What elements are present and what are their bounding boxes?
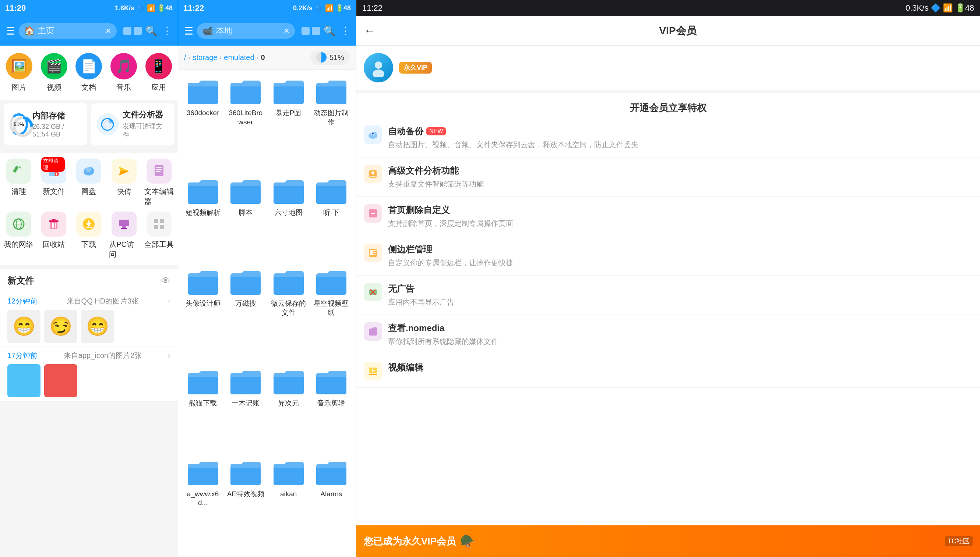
folder-panda-icon <box>186 369 219 396</box>
tool-pcaccess[interactable]: 从PC访问 <box>109 212 139 259</box>
home-content: 🖼️ 图片 🎬 视频 📄 文档 🎵 音乐 📱 应用 <box>0 46 178 557</box>
vip-privilege-header: 开通会员立享特权 <box>356 93 980 118</box>
vip-cta-button[interactable]: 您已成为永久VIP会员 🪖 TC社区 <box>356 525 980 557</box>
folder-avatar[interactable]: 头像设计师 <box>182 264 224 363</box>
folder-ae-icon <box>229 459 262 487</box>
clean-icon <box>6 158 31 184</box>
home-search-icon[interactable]: 🔍 <box>145 25 157 37</box>
tool-download[interactable]: 下载 <box>74 212 104 259</box>
clean-label: 清理 <box>11 187 26 197</box>
tool-send[interactable]: 快传 <box>109 158 139 207</box>
folder-alarms[interactable]: Alarms <box>310 454 352 553</box>
home-tab-pill[interactable]: 🏠 主页 ✕ <box>19 23 117 39</box>
noad-title-row: 无广告 <box>388 283 454 295</box>
folder-weiyun[interactable]: 微云保存的文件 <box>268 264 310 363</box>
quick-icon-photo[interactable]: 🖼️ 图片 <box>4 53 35 92</box>
folder-baozoup[interactable]: 暴走P图 <box>268 73 310 172</box>
tool-editor[interactable]: 文本编辑器 <box>144 158 174 207</box>
tool-newfile[interactable]: 立即清理 新文件 <box>39 158 69 207</box>
breadcrumb-root[interactable]: / <box>184 53 186 62</box>
folder-aikan[interactable]: aikan <box>268 454 310 553</box>
folder-script[interactable]: 脚本 <box>225 173 266 263</box>
folder-wanmagnetic-icon <box>229 269 262 296</box>
vip-badge: 永久VIP <box>399 62 432 73</box>
folder-avatar-icon <box>186 269 219 296</box>
folder-awww[interactable]: a_www.x6d... <box>182 454 224 553</box>
tool-alltools[interactable]: 全部工具 <box>144 212 174 259</box>
vip-feature-noad: 无广告 应用内不再显示广告 <box>356 275 980 315</box>
home-tab-close[interactable]: ✕ <box>105 26 111 35</box>
folder-360litebrowser[interactable]: 360LiteBrowser <box>225 73 266 172</box>
noad-desc: 应用内不再显示广告 <box>388 297 454 307</box>
quick-icon-app[interactable]: 📱 应用 <box>143 53 174 92</box>
storage-row: 51% 内部存储 26.32 GB / 51.54 GB <box>0 100 178 149</box>
file-arrow-0[interactable]: › <box>168 296 170 306</box>
files-tab-close[interactable]: ✕ <box>283 26 290 35</box>
breadcrumb-current: 0 <box>261 53 265 62</box>
editor-icon <box>147 158 172 184</box>
folder-wanmagnetic-name: 万磁搜 <box>235 299 256 308</box>
analyzer-card[interactable]: 文件分析器 发现可清理文件 <box>91 103 175 145</box>
files-tab-sq-1 <box>302 27 310 35</box>
new-files-eye-icon[interactable]: 👁 <box>161 275 170 287</box>
svg-rect-57 <box>370 250 372 255</box>
quick-icon-doc[interactable]: 📄 文档 <box>73 53 105 92</box>
breadcrumb-storage[interactable]: storage <box>193 53 217 62</box>
breadcrumb-sep-1: › <box>188 54 191 62</box>
vip-back-button[interactable]: ← <box>364 24 376 37</box>
svg-marker-18 <box>119 171 129 176</box>
file-thumb-1-1[interactable] <box>44 364 77 397</box>
storage-card[interactable]: 51% 内部存储 26.32 GB / 51.54 GB <box>4 103 87 145</box>
analyzer-feature-text: 高级文件分析功能 支持重复文件智能筛选等功能 <box>388 165 484 189</box>
home-tab-icon: 🏠 <box>24 26 35 36</box>
vip-profile-section: 永久VIP <box>356 46 980 93</box>
music-label: 音乐 <box>116 82 131 92</box>
file-thumbs-0: 😁 😏 😁 <box>7 310 170 343</box>
home-menu-icon[interactable]: ☰ <box>6 25 15 37</box>
home-custom-desc: 支持删除首页，深度定制专属操作页面 <box>388 218 513 228</box>
file-thumb-0-1[interactable]: 😏 <box>44 310 77 343</box>
breadcrumb-emulated[interactable]: emulated <box>224 53 254 62</box>
svg-rect-35 <box>86 227 91 228</box>
folder-ae[interactable]: AE特效视频 <box>225 454 266 553</box>
tool-trash[interactable]: 回收站 <box>39 212 69 259</box>
file-thumb-0-2[interactable]: 😁 <box>81 310 114 343</box>
files-tab-pill[interactable]: 📹 本地 ✕ <box>197 23 295 39</box>
file-thumb-0-0[interactable]: 😁 <box>7 310 41 343</box>
folder-starsky[interactable]: 星空视频壁纸 <box>310 264 352 363</box>
svg-rect-59 <box>373 252 376 253</box>
quick-icon-video[interactable]: 🎬 视频 <box>39 53 70 92</box>
files-menu-icon[interactable]: ☰ <box>184 25 193 37</box>
vip-bluetooth-icon: 🔷 <box>931 3 941 13</box>
folder-music-edit[interactable]: 音乐剪辑 <box>310 363 352 454</box>
folder-yiciyuan[interactable]: 异次元 <box>268 363 310 454</box>
folder-panda[interactable]: 熊猫下载 <box>182 363 224 454</box>
home-time: 11:20 <box>5 3 26 13</box>
folder-360litebrowser-name: 360LiteBrowser <box>227 109 264 127</box>
home-more-icon[interactable]: ⋮ <box>162 25 172 37</box>
files-speed: 0.2K/s <box>293 5 312 12</box>
folder-alarms-name: Alarms <box>320 490 342 499</box>
file-thumb-1-0[interactable] <box>7 364 41 397</box>
cloud-label: 网盘 <box>82 187 96 197</box>
folder-shortvideo[interactable]: 短视频解析 <box>182 173 224 263</box>
speed-indicator: 1.6K/s <box>115 5 134 12</box>
folder-map[interactable]: 六寸地图 <box>268 173 310 263</box>
tool-clean[interactable]: 清理 <box>4 158 34 207</box>
svg-rect-38 <box>121 228 127 229</box>
video-icon-circle: 🎬 <box>41 53 67 80</box>
home-custom-title: 首页删除自定义 <box>388 204 450 216</box>
files-search-icon[interactable]: 🔍 <box>323 25 335 37</box>
tool-cloud[interactable]: 网盘 <box>74 158 104 207</box>
folder-tingxia[interactable]: 听·下 <box>310 173 352 263</box>
folder-dongtai[interactable]: 动态图片制作 <box>310 73 352 172</box>
files-more-icon[interactable]: ⋮ <box>341 25 350 37</box>
folder-wanmagnetic[interactable]: 万磁搜 <box>225 264 266 363</box>
sidebar-feature-text: 侧边栏管理 自定义你的专属侧边栏，让操作更快捷 <box>388 244 513 268</box>
folder-360docker[interactable]: 360docker <box>182 73 224 172</box>
quick-icon-music[interactable]: 🎵 音乐 <box>108 53 139 92</box>
folder-yimu[interactable]: 一木记账 <box>225 363 266 454</box>
backup-new-badge: NEW <box>426 127 446 135</box>
tool-mynet[interactable]: 我的网络 <box>4 212 34 259</box>
file-arrow-1[interactable]: › <box>168 351 170 360</box>
